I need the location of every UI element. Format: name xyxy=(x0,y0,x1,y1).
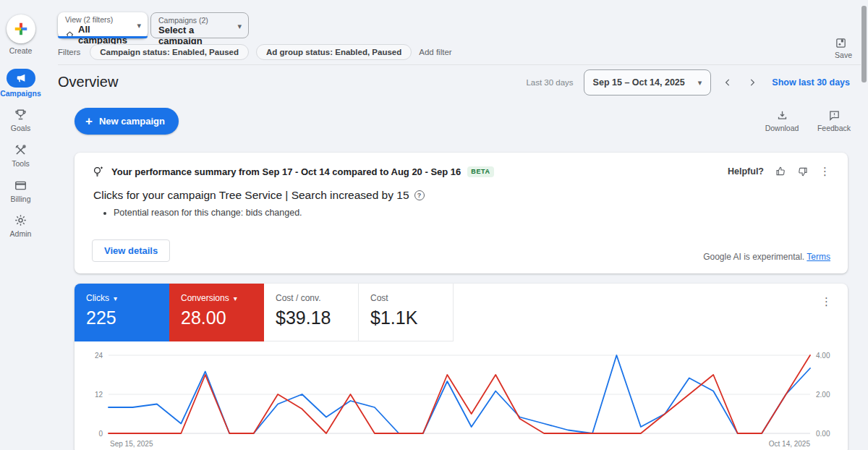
sidebar-item-label: Admin xyxy=(0,229,41,238)
download-icon xyxy=(760,109,804,122)
metric-cell-cost[interactable]: Cost $1.1K xyxy=(359,284,454,341)
active-view-indicator xyxy=(58,36,148,38)
filters-label: Filters xyxy=(58,48,80,56)
sidebar-item-label: Campaigns xyxy=(0,89,41,98)
actions-row: + New campaign Download Feedback xyxy=(41,101,868,147)
metric-label: Clicks xyxy=(86,293,109,303)
sidebar-item-label: Goals xyxy=(0,124,41,132)
trophy-icon xyxy=(0,106,41,122)
new-campaign-label: New campaign xyxy=(99,116,165,127)
left-rail: Create Campaigns Goals xyxy=(0,0,41,450)
sidebar-item-label: Tools xyxy=(0,159,41,168)
campaign-selector[interactable]: Campaigns (2) Select a campaign ▾ xyxy=(150,12,249,38)
beta-badge: BETA xyxy=(467,166,493,177)
sidebar-item-admin[interactable]: Admin xyxy=(0,212,41,238)
view-selector[interactable]: View (2 filters) All campaigns ▾ xyxy=(58,12,148,38)
feedback-button[interactable]: Feedback xyxy=(812,109,856,132)
metric-cell-cost-per-conv[interactable]: Cost / conv. $39.18 xyxy=(264,284,359,341)
metric-cell-clicks[interactable]: Clicks ▾ 225 xyxy=(75,284,169,341)
summary-menu-kebab-icon[interactable]: ⋮ xyxy=(820,166,830,177)
chevron-down-icon: ▾ xyxy=(234,294,237,302)
metric-label: Cost / conv. xyxy=(276,293,320,303)
performance-summary-card: Your performance summary from Sep 17 - O… xyxy=(75,153,848,273)
header-row: Overview Last 30 days Sep 15 – Oct 14, 2… xyxy=(41,65,868,101)
plus-icon: + xyxy=(85,115,93,127)
show-last-30-days-link[interactable]: Show last 30 days xyxy=(772,77,850,88)
terms-link[interactable]: Terms xyxy=(807,252,830,262)
svg-text:2.00: 2.00 xyxy=(816,391,830,399)
metric-strip: Clicks ▾ 225 Conversions ▾ 28.00 Cost / … xyxy=(75,284,848,341)
sidebar-item-campaigns[interactable]: Campaigns xyxy=(0,69,41,98)
chevron-left-icon xyxy=(723,77,733,88)
chevron-down-icon: ▾ xyxy=(237,22,242,31)
summary-headline: Clicks for your campaign Tree Service | … xyxy=(93,189,409,202)
helpful-label: Helpful? xyxy=(728,166,764,177)
date-range-value: Sep 15 – Oct 14, 2025 xyxy=(593,77,685,88)
view-details-button[interactable]: View details xyxy=(92,239,170,262)
save-label: Save xyxy=(835,51,852,59)
chart-menu-kebab-icon[interactable]: ⋮ xyxy=(821,297,832,307)
megaphone-icon xyxy=(15,72,27,84)
svg-text:12: 12 xyxy=(95,391,103,399)
metric-value: $39.18 xyxy=(276,307,346,328)
ai-insight-lightbulb-icon xyxy=(92,165,105,178)
add-filter-button[interactable]: Add filter xyxy=(419,48,451,56)
ai-disclaimer-text: Google AI is experimental. xyxy=(703,252,804,262)
svg-text:Sep 15, 2025: Sep 15, 2025 xyxy=(110,440,153,448)
save-icon xyxy=(835,37,852,49)
view-selector-value: All campaigns xyxy=(78,24,127,46)
metric-label: Conversions xyxy=(181,293,229,303)
main-area: View (2 filters) All campaigns ▾ Campaig… xyxy=(41,0,868,450)
svg-text:0: 0 xyxy=(98,430,103,438)
filter-chip-campaign-status[interactable]: Campaign status: Enabled, Paused xyxy=(90,44,249,60)
next-period-button[interactable] xyxy=(740,70,765,95)
sidebar-item-billing[interactable]: Billing xyxy=(0,177,41,203)
metric-cell-conversions[interactable]: Conversions ▾ 28.00 xyxy=(169,284,264,341)
ai-disclaimer: Google AI is experimental. Terms xyxy=(703,252,830,262)
save-button[interactable]: Save xyxy=(835,37,852,59)
view-selector-label: View (2 filters) xyxy=(65,15,126,24)
page-title: Overview xyxy=(58,74,118,90)
new-campaign-button[interactable]: + New campaign xyxy=(75,108,179,135)
tools-icon xyxy=(0,142,41,158)
metric-value: 225 xyxy=(86,307,158,328)
svg-text:4.00: 4.00 xyxy=(816,352,830,360)
performance-chart[interactable]: 012240.002.004.00Sep 15, 2025Oct 14, 202… xyxy=(83,350,839,450)
date-range-shortcut: Last 30 days xyxy=(526,78,573,87)
chevron-down-icon: ▾ xyxy=(137,21,141,30)
help-icon[interactable]: ? xyxy=(414,190,425,200)
svg-text:Oct 14, 2025: Oct 14, 2025 xyxy=(769,440,811,448)
metric-label: Cost xyxy=(370,293,388,303)
vertical-scrollbar[interactable] xyxy=(861,6,867,82)
metric-value: 28.00 xyxy=(181,307,252,328)
feedback-icon xyxy=(812,109,856,122)
date-range-selector[interactable]: Sep 15 – Oct 14, 2025 ▾ xyxy=(584,69,712,95)
billing-icon xyxy=(0,177,41,193)
gear-icon xyxy=(0,212,41,228)
sidebar-item-goals[interactable]: Goals xyxy=(0,106,41,132)
create-button[interactable]: Create xyxy=(0,14,41,55)
sidebar-item-tools[interactable]: Tools xyxy=(0,142,41,168)
plus-icon xyxy=(13,21,29,37)
create-label: Create xyxy=(0,46,41,55)
chevron-right-icon xyxy=(747,77,757,88)
metric-value: $1.1K xyxy=(370,307,441,328)
svg-text:24: 24 xyxy=(95,352,103,360)
campaign-selector-value: Select a campaign xyxy=(158,25,226,46)
campaign-selector-label: Campaigns (2) xyxy=(158,16,226,25)
summary-bullet: Potential reason for this change: bids c… xyxy=(114,208,830,218)
thumbs-down-button[interactable] xyxy=(797,166,809,177)
previous-period-button[interactable] xyxy=(715,70,740,95)
thumbs-up-button[interactable] xyxy=(775,166,786,177)
download-button[interactable]: Download xyxy=(760,109,804,132)
sidebar-item-label: Billing xyxy=(0,195,41,203)
summary-header: Your performance summary from Sep 17 - O… xyxy=(111,166,461,177)
toolbar: View (2 filters) All campaigns ▾ Campaig… xyxy=(41,0,868,65)
filters-row: Filters Campaign status: Enabled, Paused… xyxy=(58,44,452,60)
chevron-down-icon: ▾ xyxy=(114,294,117,302)
chart-card: Clicks ▾ 225 Conversions ▾ 28.00 Cost / … xyxy=(75,284,848,450)
chevron-down-icon: ▾ xyxy=(698,78,702,88)
filter-chip-ad-group-status[interactable]: Ad group status: Enabled, Paused xyxy=(256,44,412,60)
download-label: Download xyxy=(760,124,804,132)
svg-text:0.00: 0.00 xyxy=(816,430,830,438)
